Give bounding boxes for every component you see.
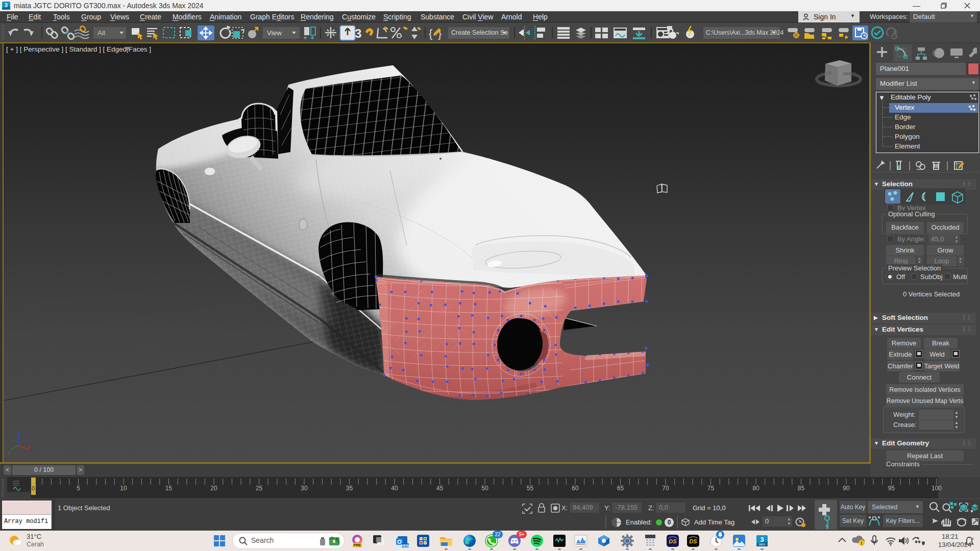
svg-text:DS: DS: [669, 538, 677, 544]
svg-text:NEW: NEW: [401, 544, 409, 547]
svg-text:3: 3: [760, 536, 764, 543]
svg-text:DS: DS: [689, 538, 697, 544]
svg-text:z: z: [972, 536, 974, 541]
svg-text:PRE: PRE: [354, 543, 361, 547]
svg-text:MAX: MAX: [759, 543, 765, 546]
svg-text:!: !: [861, 541, 863, 546]
